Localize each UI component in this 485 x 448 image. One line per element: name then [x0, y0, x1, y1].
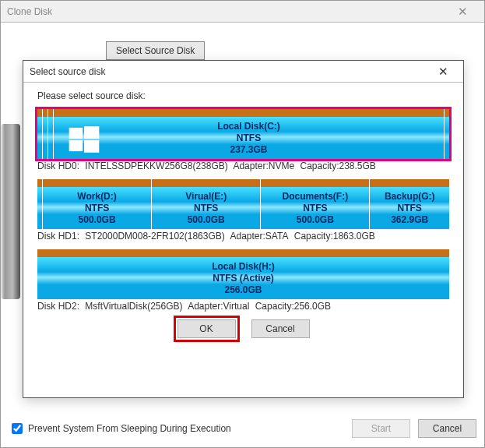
partition-size: 362.9GB [391, 214, 428, 226]
prevent-sleep-checkbox-wrap[interactable]: Prevent System From Sleeping During Exec… [9, 421, 231, 436]
svg-rect-1 [84, 126, 99, 139]
disk-info-0: Disk HD0: INTELSSDPEKKW256G8(238GB) Adap… [37, 161, 449, 171]
disk-model: ST2000DM008-2FR102(1863GB) [85, 231, 224, 242]
disk-block-1: Work(D:)NTFS500.0GBVirual(E:)NTFS500.0GB… [37, 179, 449, 242]
svg-rect-3 [84, 140, 99, 153]
outer-cancel-button[interactable]: Cancel [418, 419, 476, 438]
partition-name: Virual(E:) [185, 191, 227, 203]
modal-titlebar: Select source disk ✕ [23, 61, 463, 83]
windows-logo-icon [68, 123, 100, 156]
partition-fs: NTFS [237, 132, 261, 144]
select-source-disk-dialog: Select source disk ✕ Please select sourc… [23, 60, 464, 398]
select-source-disk-tab[interactable]: Select Source Disk [106, 41, 205, 60]
partition-fs: NTFS (Active) [213, 273, 274, 284]
disk-adapter: Adapter:NVMe [233, 161, 294, 171]
disk-block-0: Local Disk(C:)NTFS237.3GBDisk HD0: INTEL… [37, 109, 449, 171]
partition-name: Documents(F:) [283, 191, 349, 203]
modal-cancel-button[interactable]: Cancel [251, 319, 310, 338]
partition-size: 500.0GB [188, 214, 225, 226]
disk-capacity: Capacity:1863.0GB [294, 231, 375, 242]
partition-size: 500.0GB [297, 214, 334, 226]
modal-close-button[interactable]: ✕ [429, 65, 457, 79]
partition-Local Disk(H:)[interactable]: Local Disk(H:)NTFS (Active)256.0GB [37, 249, 449, 299]
outer-titlebar: Clone Disk ✕ [1, 1, 484, 23]
system-partition[interactable] [37, 179, 42, 229]
disk-info-2: Disk HD2: MsftVirtualDisk(256GB) Adapter… [37, 301, 449, 312]
disk-block-2: Local Disk(H:)NTFS (Active)256.0GBDisk H… [37, 249, 449, 312]
partition-size: 237.3GB [230, 144, 267, 156]
partition-name: Local Disk(H:) [212, 261, 275, 273]
modal-title: Select source disk [30, 66, 105, 77]
disk-info-prefix: Disk HD1: [37, 231, 79, 242]
ok-button[interactable]: OK [177, 319, 236, 338]
disk-preview-image [1, 124, 20, 299]
disk-adapter: Adapter:SATA [230, 231, 288, 242]
system-partition[interactable] [43, 109, 47, 159]
disk-info-1: Disk HD1: ST2000DM008-2FR102(1863GB) Ada… [37, 231, 449, 242]
disk-info-prefix: Disk HD2: [37, 301, 79, 312]
partition-size: 256.0GB [224, 284, 262, 296]
outer-close-button[interactable]: ✕ [447, 1, 478, 23]
outer-footer: Prevent System From Sleeping During Exec… [9, 419, 476, 438]
system-partition[interactable] [48, 109, 53, 159]
system-partition[interactable] [445, 109, 449, 159]
clone-disk-window: Clone Disk ✕ Select Source Disk Prevent … [0, 0, 485, 448]
disk-info-prefix: Disk HD0: [37, 161, 79, 171]
partition-Backup(G:)[interactable]: Backup(G:)NTFS362.9GB [370, 179, 449, 229]
partition-fs: NTFS [398, 203, 422, 214]
partition-Work(D:)[interactable]: Work(D:)NTFS500.0GB [43, 179, 151, 229]
partition-name: Local Disk(C:) [217, 121, 280, 132]
partition-fs: NTFS [194, 203, 218, 214]
partition-name: Backup(G:) [385, 191, 435, 203]
start-button[interactable]: Start [352, 419, 410, 438]
disk-model: MsftVirtualDisk(256GB) [85, 301, 182, 312]
partition-fs: NTFS [85, 203, 109, 214]
svg-rect-2 [69, 140, 83, 151]
prevent-sleep-label: Prevent System From Sleeping During Exec… [28, 423, 231, 434]
partition-Local Disk(C:)[interactable]: Local Disk(C:)NTFS237.3GB [54, 109, 444, 159]
disk-row-2[interactable]: Local Disk(H:)NTFS (Active)256.0GB [37, 249, 449, 299]
partition-size: 500.0GB [79, 214, 116, 226]
disk-adapter: Adapter:Virtual [188, 301, 249, 312]
disk-capacity: Capacity:256.0GB [255, 301, 331, 312]
disk-capacity: Capacity:238.5GB [300, 161, 375, 171]
modal-body: Please select source disk: Local Disk(C:… [23, 83, 463, 346]
partition-Virual(E:)[interactable]: Virual(E:)NTFS500.0GB [152, 179, 260, 229]
partition-Documents(F:)[interactable]: Documents(F:)NTFS500.0GB [261, 179, 369, 229]
outer-title: Clone Disk [7, 6, 52, 17]
disk-model: INTELSSDPEKKW256G8(238GB) [85, 161, 227, 171]
svg-rect-0 [69, 128, 83, 139]
disk-row-1[interactable]: Work(D:)NTFS500.0GBVirual(E:)NTFS500.0GB… [37, 179, 449, 229]
modal-prompt: Please select source disk: [37, 90, 449, 101]
partition-fs: NTFS [303, 203, 327, 214]
partition-name: Work(D:) [77, 191, 116, 203]
disk-row-0[interactable]: Local Disk(C:)NTFS237.3GB [37, 109, 449, 159]
prevent-sleep-checkbox[interactable] [12, 423, 23, 434]
system-partition[interactable] [37, 109, 42, 159]
